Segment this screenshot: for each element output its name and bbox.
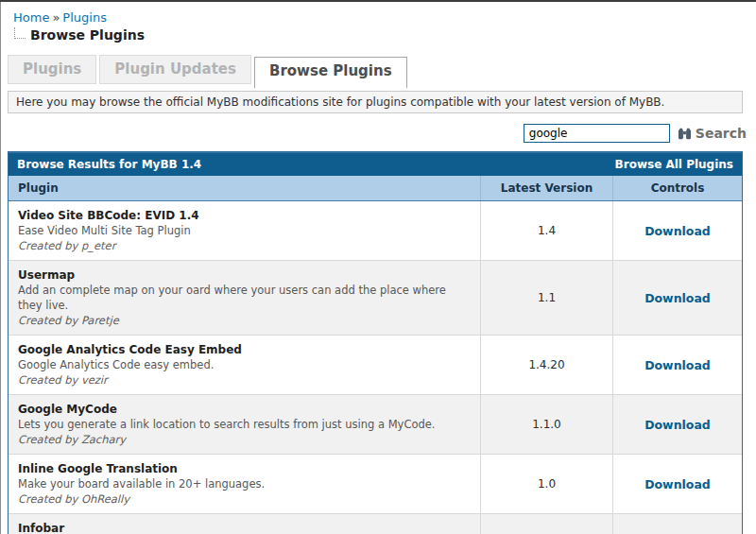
plugin-version: 1.4.20 bbox=[480, 336, 612, 394]
binoculars-icon bbox=[678, 127, 696, 141]
plugin-name: Infobar bbox=[18, 521, 471, 534]
page-title-text: Browse Plugins bbox=[30, 27, 145, 43]
table-row: Infobar Shows an Infobar at the top of t… bbox=[9, 513, 742, 534]
table-row: Inline Google Translation Make your boar… bbox=[9, 454, 742, 513]
plugin-name: Google MyCode bbox=[18, 402, 471, 417]
tab-plugin-updates[interactable]: Plugin Updates bbox=[99, 55, 251, 84]
plugin-description: Add an complete map on your oard where y… bbox=[18, 283, 471, 313]
download-link[interactable]: Download bbox=[644, 224, 711, 238]
plugin-cell: Infobar Shows an Infobar at the top of t… bbox=[9, 514, 480, 534]
plugin-cell: Inline Google Translation Make your boar… bbox=[9, 455, 480, 513]
controls-cell: Download bbox=[612, 514, 742, 534]
download-link[interactable]: Download bbox=[644, 291, 711, 305]
plugin-cell: Video Site BBCode: EVID 1.4 Ease Video M… bbox=[9, 201, 480, 260]
column-header-controls: Controls bbox=[612, 176, 742, 200]
plugin-author: Created by OhReally bbox=[18, 491, 471, 507]
table-row: Usermap Add an complete map on your oard… bbox=[9, 260, 742, 335]
search-button-label: Search bbox=[696, 126, 747, 141]
plugin-rows: Video Site BBCode: EVID 1.4 Ease Video M… bbox=[9, 201, 742, 534]
plugin-version: 1.0 bbox=[480, 455, 612, 513]
plugin-name: Usermap bbox=[18, 267, 471, 283]
plugin-description: Make your board available in 20+ languag… bbox=[18, 476, 471, 491]
controls-cell: Download bbox=[612, 201, 742, 260]
download-link[interactable]: Download bbox=[644, 477, 711, 491]
breadcrumb: Home»Plugins bbox=[13, 10, 756, 25]
browse-results-table: Browse Results for MyBB 1.4 Browse All P… bbox=[8, 151, 743, 534]
breadcrumb-link-plugins[interactable]: Plugins bbox=[62, 10, 107, 25]
controls-cell: Download bbox=[612, 336, 742, 394]
plugin-cell: Google Analytics Code Easy Embed Google … bbox=[9, 336, 480, 394]
search-row: Search bbox=[8, 124, 747, 143]
plugin-author: Created by vezir bbox=[18, 372, 471, 388]
plugin-description: Google Analytics Code easy embed. bbox=[18, 357, 471, 372]
window-edge-right bbox=[0, 2, 1, 534]
plugin-author: Created by Paretje bbox=[18, 313, 471, 328]
tab-bar: Plugins Plugin Updates Browse Plugins bbox=[8, 55, 756, 84]
browse-all-plugins-link[interactable]: Browse All Plugins bbox=[615, 158, 733, 171]
breadcrumb-link-home[interactable]: Home bbox=[13, 10, 49, 25]
column-header-version: Latest Version bbox=[480, 176, 612, 200]
table-row: Google Analytics Code Easy Embed Google … bbox=[9, 335, 742, 394]
page-title: Browse Plugins bbox=[14, 27, 756, 43]
results-header-title: Browse Results for MyBB 1.4 bbox=[17, 158, 201, 171]
plugin-author: Created by Zachary bbox=[18, 432, 471, 447]
results-header: Browse Results for MyBB 1.4 Browse All P… bbox=[9, 152, 742, 176]
tree-branch-icon bbox=[14, 27, 26, 39]
plugin-version: 1.1 bbox=[480, 261, 612, 335]
plugin-version: 1.3 bbox=[480, 514, 612, 534]
controls-cell: Download bbox=[612, 455, 742, 513]
notice-bar: Here you may browse the official MyBB mo… bbox=[8, 91, 743, 113]
download-link[interactable]: Download bbox=[644, 358, 711, 372]
search-input[interactable] bbox=[524, 124, 670, 143]
plugin-author: Created by p_eter bbox=[18, 238, 471, 253]
breadcrumb-separator: » bbox=[52, 10, 60, 25]
column-header-plugin: Plugin bbox=[9, 176, 480, 200]
plugin-version: 1.4 bbox=[480, 201, 612, 260]
tab-plugins[interactable]: Plugins bbox=[8, 55, 96, 84]
plugin-name: Inline Google Translation bbox=[18, 461, 471, 476]
table-row: Google MyCode Lets you generate a link l… bbox=[9, 394, 742, 454]
plugin-name: Google Analytics Code Easy Embed bbox=[18, 342, 471, 357]
plugin-version: 1.1.0 bbox=[480, 395, 612, 454]
plugin-name: Video Site BBCode: EVID 1.4 bbox=[18, 208, 471, 223]
column-header-row: Plugin Latest Version Controls bbox=[9, 176, 742, 201]
controls-cell: Download bbox=[612, 395, 742, 454]
table-row: Video Site BBCode: EVID 1.4 Ease Video M… bbox=[9, 201, 742, 260]
plugin-description: Ease Video Multi Site Tag Plugin bbox=[18, 223, 471, 238]
search-button[interactable]: Search bbox=[678, 126, 747, 141]
controls-cell: Download bbox=[612, 261, 742, 335]
download-link[interactable]: Download bbox=[644, 418, 711, 432]
plugin-cell: Google MyCode Lets you generate a link l… bbox=[9, 395, 480, 454]
plugin-cell: Usermap Add an complete map on your oard… bbox=[9, 261, 480, 335]
tab-browse-plugins[interactable]: Browse Plugins bbox=[254, 57, 407, 88]
plugin-description: Lets you generate a link location to sea… bbox=[18, 417, 471, 432]
